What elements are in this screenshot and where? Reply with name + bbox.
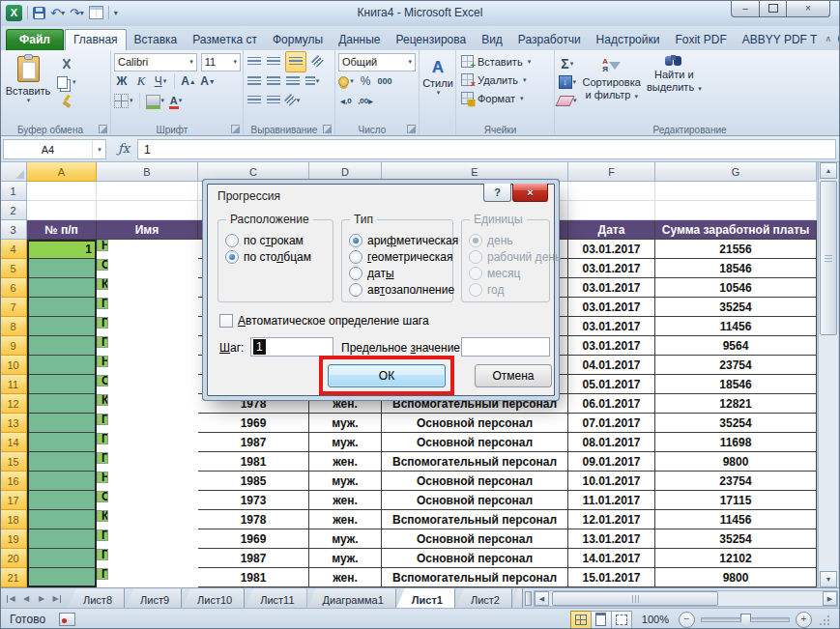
- cell-F13[interactable]: 07.01.2017: [568, 414, 655, 433]
- horizontal-scroll-thumb[interactable]: [552, 591, 718, 606]
- accounting-format-button[interactable]: ▾: [338, 73, 354, 89]
- resize-grip[interactable]: [818, 614, 830, 626]
- sheet-tab-1[interactable]: Лист9: [125, 588, 182, 609]
- cell-B10[interactable]: Николаев А. Д.: [97, 356, 108, 367]
- cell-E13[interactable]: Основной персонал: [382, 414, 568, 433]
- cell-A14[interactable]: [27, 433, 97, 452]
- cell-G9[interactable]: 9564: [655, 336, 817, 356]
- sheet-tab-3[interactable]: Лист11: [245, 588, 306, 609]
- cell-B19[interactable]: Парфенов Д. Ф.: [97, 529, 108, 541]
- cell-C17[interactable]: 1973: [198, 491, 309, 510]
- row-header-18[interactable]: 18: [0, 510, 27, 529]
- cell-G19[interactable]: 35254: [655, 529, 817, 549]
- cell-G18[interactable]: 11456: [655, 510, 817, 529]
- last-sheet-button[interactable]: ▶: [50, 592, 64, 606]
- close-button[interactable]: ×: [786, 0, 830, 17]
- cell-E14[interactable]: Основной персонал: [382, 433, 568, 452]
- cell-A15[interactable]: [27, 452, 97, 472]
- step-input[interactable]: 1: [250, 337, 333, 357]
- auto-step-checkbox[interactable]: Автоматическое определение шага: [219, 314, 429, 328]
- cell-G14[interactable]: 11698: [655, 433, 817, 452]
- cell-C18[interactable]: 1978: [198, 510, 309, 529]
- borders-button[interactable]: ▾: [114, 93, 133, 108]
- ribbon-tab-8[interactable]: Разработчи: [510, 30, 589, 50]
- cell-B5[interactable]: Сафронова В. М.: [97, 259, 108, 271]
- cell-G16[interactable]: 23754: [655, 472, 817, 491]
- cell-D16[interactable]: муж.: [309, 472, 382, 491]
- cell-B18[interactable]: Коваль Л. П.: [97, 510, 108, 522]
- underline-button[interactable]: Ч▾: [153, 73, 168, 89]
- row-header-12[interactable]: 12: [0, 394, 27, 414]
- align-top-button[interactable]: [246, 54, 262, 70]
- cell-B3[interactable]: Имя: [97, 220, 198, 240]
- column-header-F[interactable]: F: [568, 162, 655, 182]
- column-header-A[interactable]: A: [27, 162, 97, 182]
- cell-D19[interactable]: муж.: [309, 529, 382, 549]
- cell-A12[interactable]: [27, 394, 97, 414]
- row-header-8[interactable]: 8: [0, 317, 27, 336]
- cell-G5[interactable]: 18546: [655, 259, 817, 278]
- paste-button[interactable]: Вставить ▾: [3, 52, 53, 108]
- cell-B20[interactable]: Петров Ф. Л.: [97, 549, 108, 560]
- cell-A7[interactable]: [27, 298, 97, 317]
- cell-F8[interactable]: 03.01.2017: [568, 317, 655, 336]
- align-left-button[interactable]: [246, 73, 262, 89]
- cell-G6[interactable]: 10546: [655, 278, 817, 298]
- ribbon-tab-6[interactable]: Рецензирова: [388, 30, 474, 50]
- cell-E15[interactable]: Вспомогательный персонал: [382, 452, 568, 472]
- radio-location-1[interactable]: по столбцам: [218, 248, 333, 265]
- fill-button[interactable]: ↓▾: [558, 74, 577, 90]
- copy-button[interactable]: ▾: [57, 74, 76, 90]
- ribbon-tab-10[interactable]: Foxit PDF: [667, 30, 734, 50]
- sheet-tab-6[interactable]: Лист2: [455, 588, 512, 609]
- scroll-up-button[interactable]: ▲: [820, 162, 837, 179]
- zoom-out-button[interactable]: −: [679, 612, 695, 628]
- cell-F17[interactable]: 11.01.2017: [568, 491, 655, 510]
- cell-G10[interactable]: 23754: [655, 356, 817, 375]
- number-format-select[interactable]: Общий▾: [338, 53, 416, 71]
- sheet-tab-5[interactable]: Лист1: [396, 588, 455, 609]
- delete-cells-button[interactable]: × Удалить ▾: [459, 71, 552, 89]
- ribbon-tab-1[interactable]: Главная: [65, 29, 127, 50]
- radio-type-3[interactable]: автозаполнение: [342, 281, 452, 298]
- cell-B13[interactable]: Парфенов Д. Ф.: [97, 414, 108, 425]
- cell-A9[interactable]: [27, 336, 97, 356]
- cell-B21[interactable]: Попова М. Д.: [97, 568, 108, 580]
- column-header-G[interactable]: G: [655, 162, 817, 182]
- cell-C16[interactable]: 1985: [198, 472, 309, 491]
- fill-color-button[interactable]: ▾: [146, 93, 165, 108]
- cell-C21[interactable]: 1981: [198, 568, 309, 587]
- cell-E16[interactable]: Основной персонал: [382, 472, 568, 491]
- cell-A1[interactable]: [27, 182, 97, 201]
- horizontal-scrollbar[interactable]: ◀ ▶: [534, 590, 838, 607]
- row-header-4[interactable]: 4: [0, 240, 27, 259]
- cell-G2[interactable]: [655, 201, 817, 220]
- cell-D14[interactable]: муж.: [309, 433, 382, 452]
- cell-G3[interactable]: Сумма заработной платы: [655, 220, 817, 240]
- align-right-button[interactable]: [285, 73, 301, 89]
- cell-G11[interactable]: 18546: [655, 375, 817, 394]
- cell-B2[interactable]: [97, 201, 198, 220]
- cell-G17[interactable]: 17115: [655, 491, 817, 510]
- cell-A4[interactable]: 1: [27, 240, 97, 259]
- normal-view-button[interactable]: [570, 611, 592, 629]
- cell-B9[interactable]: Попова М. Д.: [97, 336, 108, 348]
- cell-F15[interactable]: 09.01.2017: [568, 452, 655, 472]
- cell-C20[interactable]: 1987: [198, 549, 309, 568]
- radio-type-0[interactable]: арифметическая: [342, 232, 452, 248]
- cell-G20[interactable]: 12102: [655, 549, 817, 568]
- row-header-7[interactable]: 7: [0, 298, 27, 317]
- first-sheet-button[interactable]: ◀: [4, 592, 17, 606]
- bold-button[interactable]: Ж: [114, 73, 130, 89]
- cell-G12[interactable]: 12821: [655, 394, 817, 414]
- cell-F3[interactable]: Дата: [568, 220, 655, 240]
- ribbon-tab-5[interactable]: Данные: [331, 30, 388, 50]
- cell-E17[interactable]: Основной персонал: [382, 491, 568, 510]
- align-middle-button[interactable]: [266, 54, 281, 70]
- font-dialog-launcher[interactable]: [231, 125, 240, 133]
- cell-C13[interactable]: 1969: [198, 414, 309, 433]
- zoom-in-button[interactable]: +: [796, 612, 812, 628]
- cancel-button[interactable]: Отмена: [475, 364, 552, 387]
- align-center-button[interactable]: [266, 73, 281, 89]
- cell-B16[interactable]: Николаев А. Д.: [97, 472, 108, 483]
